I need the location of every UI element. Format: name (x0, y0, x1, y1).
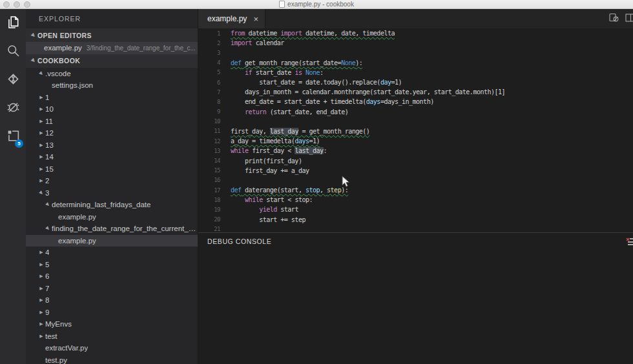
tree-item-label: test (45, 332, 57, 340)
line-number: 20 (198, 216, 223, 223)
tree-item[interactable]: ▶10 (26, 103, 198, 116)
open-preview-icon[interactable] (608, 12, 619, 26)
code-line-text: if start_date is None: (223, 69, 324, 76)
code-line: 1from datetime import datetime, date, ti… (198, 28, 633, 38)
code-editor[interactable]: 1from datetime import datetime, date, ti… (198, 28, 633, 232)
folder-section-header[interactable]: ▶ COOKBOOK (26, 54, 198, 68)
tree-item-label: example.py (58, 213, 96, 221)
tree-item[interactable]: ▶test (26, 330, 198, 343)
tree-item[interactable]: ▶6 (26, 270, 198, 283)
tab-close-icon[interactable]: × (253, 14, 258, 24)
window-controls (3, 1, 30, 8)
tree-item[interactable]: ▶7 (26, 283, 198, 295)
code-line-text: start += step (223, 216, 306, 223)
file-tree: ▶.vscodesettings.json▶1▶10▶11▶12▶13▶14▶1… (26, 68, 198, 364)
line-number: 16 (198, 177, 223, 183)
code-line-text: def get_month_range(start_date=None): (223, 59, 362, 66)
tree-item[interactable]: ▶finding_the_date_range_for_the_current_… (26, 223, 198, 235)
explorer-sidebar: EXPLORER ▶ OPEN EDITORS example.py3/find… (26, 9, 198, 364)
tree-item-label: 10 (45, 105, 54, 113)
tree-item-label: finding_the_date_range_for_the_current_m… (52, 225, 198, 232)
line-number: 11 (198, 128, 223, 134)
twistie-expanded-icon: ▶ (37, 188, 46, 197)
code-line-text: import calendar (223, 39, 284, 46)
activity-bar-source-control-button[interactable] (0, 66, 26, 94)
tree-item[interactable]: test.py (26, 354, 198, 364)
minimize-window-button[interactable] (14, 1, 20, 8)
file-icon (279, 1, 285, 8)
tree-item-label: 4 (45, 248, 49, 256)
code-line-text: from datetime import datetime, date, tim… (223, 30, 395, 37)
code-line: 6 start_date = date.today().replace(day=… (198, 77, 633, 87)
twistie-collapsed-icon: ▶ (37, 167, 45, 172)
editor-tab[interactable]: example.py× (198, 9, 265, 28)
line-number: 10 (198, 118, 223, 125)
code-line: 18 while start < stop: (198, 195, 633, 205)
code-line-text: days_in_month = calendar.monthrange(star… (223, 88, 505, 96)
source-control-icon (6, 72, 20, 88)
line-number: 6 (198, 79, 223, 86)
twistie-collapsed-icon: ▶ (37, 178, 45, 183)
tree-item[interactable]: ▶.vscode (26, 68, 198, 80)
tree-item[interactable]: settings.json (26, 79, 198, 92)
window-title-text: example.py - cookbook (287, 1, 354, 8)
zoom-window-button[interactable] (24, 1, 30, 8)
tree-item[interactable]: ▶1 (26, 92, 198, 104)
tree-item-label: 3 (45, 189, 49, 197)
activity-bar-debug-button[interactable] (0, 94, 26, 123)
tree-item[interactable]: ▶13 (26, 139, 198, 152)
code-line-text: first_day += a_day (223, 167, 309, 174)
tree-item[interactable]: ▶15 (26, 163, 198, 176)
line-number: 15 (198, 167, 223, 174)
twistie-collapsed-icon: ▶ (37, 143, 45, 148)
tree-item[interactable]: ▶9 (26, 307, 198, 319)
line-number: 9 (198, 108, 223, 115)
twistie-collapsed-icon: ▶ (37, 334, 45, 339)
tree-item[interactable]: example.py (26, 235, 198, 247)
tree-item-label: 1 (45, 94, 49, 101)
code-line: 5 if start_date is None: (198, 68, 633, 77)
line-number: 5 (198, 69, 223, 76)
tree-item[interactable]: ▶8 (26, 294, 198, 307)
tree-item[interactable]: ▶4 (26, 247, 198, 259)
code-line-text: yield start (223, 206, 298, 213)
code-line: 17def daterange(start, stop, step): (198, 185, 633, 195)
twistie-collapsed-icon: ▶ (37, 274, 45, 279)
clear-console-icon[interactable] (626, 237, 633, 246)
twistie-collapsed-icon: ▶ (37, 130, 45, 136)
tree-item[interactable]: ▶14 (26, 151, 198, 163)
tree-item[interactable]: ▶12 (26, 127, 198, 139)
split-editor-icon[interactable] (625, 12, 633, 26)
tree-item[interactable]: ▶determining_last_fridays_date (26, 199, 198, 211)
activity-bar-search-button[interactable] (0, 37, 26, 66)
tree-item-label: .vscode (45, 70, 71, 77)
tree-item-label: 9 (45, 308, 49, 316)
code-line: 3 (198, 48, 633, 57)
line-number: 2 (198, 40, 223, 46)
tree-item[interactable]: ▶5 (26, 259, 198, 271)
code-line: 10 (198, 117, 633, 126)
editor-actions (608, 9, 633, 28)
tree-item[interactable]: ▶11 (26, 116, 198, 128)
line-number: 3 (198, 50, 223, 56)
tree-item[interactable]: example.py (26, 211, 198, 223)
tree-item-label: 12 (45, 129, 54, 137)
titlebar: example.py - cookbook (0, 0, 633, 9)
line-number: 4 (198, 59, 223, 66)
open-editor-description: 3/finding_the_date_range_for_the_c... (87, 45, 196, 52)
tree-item[interactable]: ▶3 (26, 187, 198, 199)
close-window-button[interactable] (3, 1, 10, 8)
tree-item[interactable]: extractVar.py (26, 342, 198, 354)
sidebar-title: EXPLORER (26, 9, 198, 28)
open-editors-header[interactable]: ▶ OPEN EDITORS (26, 28, 198, 42)
open-editor-item[interactable]: example.py3/finding_the_date_range_for_t… (26, 42, 198, 54)
tree-item[interactable]: ▶MyEnvs (26, 318, 198, 330)
search-icon (6, 44, 20, 60)
twistie-collapsed-icon: ▶ (37, 321, 45, 327)
tab-bar: example.py× (198, 9, 633, 28)
line-number: 21 (198, 226, 223, 232)
debug-console-content[interactable] (198, 250, 633, 363)
activity-bar-explorer-button[interactable] (0, 9, 26, 37)
tree-item[interactable]: ▶2 (26, 175, 198, 187)
activity-bar-extensions-button[interactable]: 5 (0, 123, 26, 151)
